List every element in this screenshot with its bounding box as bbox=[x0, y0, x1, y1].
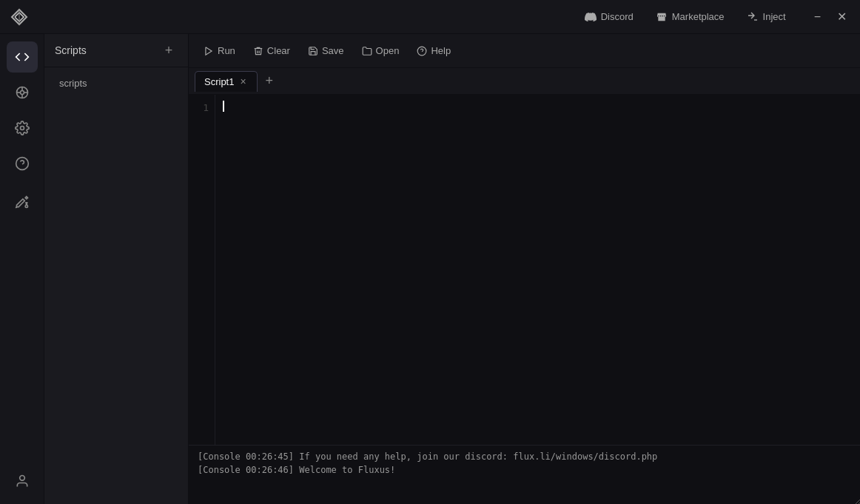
tab-script1[interactable]: Script1 × bbox=[195, 71, 258, 92]
help-label: Help bbox=[431, 45, 451, 56]
scripts-panel: Scripts + scripts bbox=[44, 34, 189, 504]
help-button[interactable]: Help bbox=[409, 41, 458, 60]
minimize-button[interactable]: − bbox=[810, 9, 825, 25]
save-icon bbox=[308, 46, 318, 56]
open-button[interactable]: Open bbox=[355, 41, 407, 60]
open-label: Open bbox=[376, 45, 400, 56]
clear-button[interactable]: Clear bbox=[246, 41, 298, 60]
code-content[interactable] bbox=[215, 95, 860, 445]
console-line: [Console 00:26:45] If you need any help,… bbox=[198, 450, 851, 463]
inject-button[interactable]: Inject bbox=[742, 8, 790, 26]
run-icon bbox=[204, 46, 214, 56]
titlebar-right: Discord Marketplace Inject − ✕ bbox=[580, 8, 851, 26]
code-icon bbox=[15, 50, 30, 64]
console-line: [Console 00:26:46] Welcome to Fluxus! bbox=[198, 463, 851, 477]
code-editor[interactable]: 1 bbox=[189, 95, 860, 445]
tab-close-button[interactable]: × bbox=[238, 76, 247, 87]
line-numbers: 1 bbox=[189, 95, 215, 445]
svg-point-4 bbox=[20, 91, 24, 95]
scripts-header: Scripts + bbox=[44, 34, 188, 67]
inject-label: Inject bbox=[763, 11, 786, 22]
open-icon bbox=[362, 46, 372, 56]
clear-icon bbox=[253, 46, 263, 56]
resize-icon bbox=[854, 498, 860, 504]
tab-add-button[interactable]: + bbox=[261, 73, 278, 90]
tab-label: Script1 bbox=[204, 76, 234, 87]
scripts-title: Scripts bbox=[55, 44, 87, 56]
window-controls: − ✕ bbox=[810, 8, 851, 25]
editor-area: Run Clear Save bbox=[189, 34, 860, 504]
tabs-bar: Script1 × + bbox=[189, 68, 860, 95]
console-area: [Console 00:26:45] If you need any help,… bbox=[189, 445, 860, 504]
save-label: Save bbox=[322, 45, 344, 56]
inject-icon bbox=[747, 11, 759, 23]
paint-icon bbox=[15, 195, 30, 209]
run-button[interactable]: Run bbox=[196, 41, 243, 60]
sidebar-item-scripts[interactable] bbox=[7, 41, 38, 73]
cursor bbox=[223, 101, 224, 112]
sidebar-item-settings[interactable] bbox=[7, 112, 38, 144]
save-button[interactable]: Save bbox=[300, 41, 352, 60]
titlebar: Discord Marketplace Inject − ✕ bbox=[0, 0, 860, 34]
scripts-list: scripts bbox=[44, 67, 188, 99]
app-logo bbox=[9, 7, 30, 27]
svg-point-12 bbox=[19, 476, 24, 481]
sidebar-item-paint[interactable] bbox=[7, 187, 38, 218]
close-button[interactable]: ✕ bbox=[833, 8, 851, 25]
marketplace-icon bbox=[656, 11, 668, 23]
discord-button[interactable]: Discord bbox=[580, 8, 638, 26]
toolbar-help-icon bbox=[417, 46, 427, 56]
line-number: 1 bbox=[189, 101, 209, 115]
resize-handle[interactable] bbox=[853, 497, 860, 504]
discord-label: Discord bbox=[601, 11, 634, 22]
gear-icon bbox=[15, 121, 30, 135]
main-layout: Scripts + scripts Run Cle bbox=[0, 34, 860, 504]
sidebar-item-game[interactable] bbox=[7, 77, 38, 108]
marketplace-button[interactable]: Marketplace bbox=[651, 8, 729, 26]
titlebar-left bbox=[9, 7, 36, 27]
clear-label: Clear bbox=[267, 45, 290, 56]
run-label: Run bbox=[218, 45, 235, 56]
scripts-add-button[interactable]: + bbox=[160, 41, 178, 59]
toolbar: Run Clear Save bbox=[189, 34, 860, 68]
list-item[interactable]: scripts bbox=[49, 73, 184, 93]
sidebar-item-account[interactable] bbox=[7, 466, 38, 497]
svg-point-9 bbox=[20, 127, 24, 130]
sidebar-icons bbox=[0, 34, 44, 504]
help-icon bbox=[15, 156, 30, 171]
sidebar-item-help[interactable] bbox=[7, 148, 38, 179]
game-icon bbox=[15, 85, 30, 100]
account-icon bbox=[15, 474, 30, 488]
marketplace-label: Marketplace bbox=[672, 11, 725, 22]
discord-icon bbox=[585, 11, 597, 23]
